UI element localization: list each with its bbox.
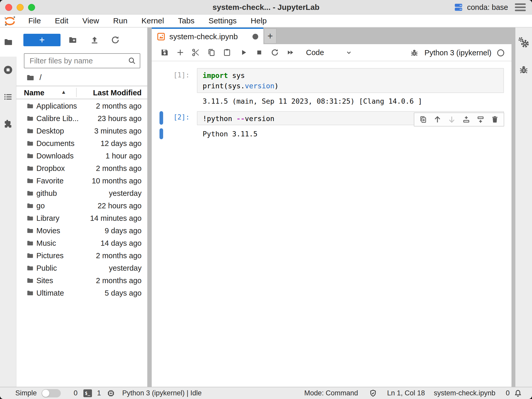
move-cell-down-button[interactable] [445, 113, 458, 126]
delete-cell-button[interactable] [489, 113, 501, 126]
insert-cell-above-button[interactable] [460, 113, 473, 126]
conda-env-label[interactable]: conda: base [467, 3, 508, 12]
bell-icon[interactable] [514, 389, 522, 397]
active-file-name[interactable]: system-check.ipynb [434, 389, 495, 397]
tab-system-check[interactable]: system-check.ipynb [152, 28, 263, 44]
restart-kernel-button[interactable] [267, 45, 283, 60]
new-tab-button[interactable]: + [264, 29, 276, 44]
sidebar-tab-running-kernels[interactable] [3, 65, 13, 75]
folder-icon [26, 215, 34, 222]
menu-item[interactable]: File [21, 16, 48, 25]
dock-tabbar: system-check.ipynb + [152, 28, 511, 44]
file-row[interactable]: Applications 2 months ago [16, 100, 147, 112]
duplicate-cell-button[interactable] [417, 113, 429, 126]
file-modified: 3 minutes ago [94, 127, 142, 135]
file-row[interactable]: Public yesterday [16, 262, 147, 274]
notifications-count[interactable]: 0 [506, 389, 510, 397]
terminal-icon: $_ [83, 389, 92, 397]
file-row[interactable]: Documents 12 days ago [16, 137, 147, 150]
sidebar-tab-extensions[interactable] [3, 119, 13, 129]
restart-run-all-button[interactable] [283, 45, 298, 60]
run-cell-button[interactable] [236, 45, 251, 60]
command-mode-indicator[interactable]: Mode: Command [304, 389, 358, 397]
file-row[interactable]: Favorite 10 months ago [16, 175, 147, 187]
folder-icon [3, 38, 13, 46]
file-row[interactable]: Sites 2 months ago [16, 274, 147, 287]
cursor-position[interactable]: Ln 1, Col 18 [387, 389, 425, 397]
menu-item[interactable]: Edit [48, 16, 75, 25]
file-modified: yesterday [109, 189, 142, 198]
search-icon [128, 57, 136, 65]
refresh-button[interactable] [109, 34, 122, 46]
terminals-count[interactable]: 0 [74, 389, 78, 397]
file-row[interactable]: Dropbox 2 months ago [16, 162, 147, 175]
copy-cells-button[interactable] [204, 45, 219, 60]
file-name: Dropbox [36, 164, 65, 173]
notebook-scrollbar-track[interactable] [511, 28, 515, 387]
folder-icon [26, 190, 34, 197]
column-header-name[interactable]: Name [24, 89, 44, 97]
menu-items: FileEditViewRunKernelTabsSettingsHelp [21, 16, 274, 25]
cell-1-input[interactable]: import sys print(sys.version) [197, 68, 504, 93]
file-row[interactable]: Ultimate 5 days ago [16, 287, 147, 299]
folder-icon [26, 252, 34, 259]
column-header-modified[interactable]: Last Modified [93, 89, 142, 97]
file-row[interactable]: go 22 hours ago [16, 200, 147, 212]
kernels-count[interactable]: 1 [97, 389, 101, 397]
menu-item[interactable]: Settings [202, 16, 244, 25]
file-modified: 2 months ago [96, 251, 142, 260]
menu-item[interactable]: Help [244, 16, 274, 25]
cell-2-output-collapser[interactable] [159, 128, 163, 139]
panel-resize-handle[interactable] [147, 28, 152, 387]
filter-files-input[interactable] [24, 57, 128, 65]
sidebar-tab-table-of-contents[interactable] [3, 92, 13, 101]
move-cell-up-button[interactable] [431, 113, 444, 126]
menu-item[interactable]: Run [106, 16, 135, 25]
sidebar-tab-file-browser[interactable] [0, 28, 16, 57]
cell-type-dropdown[interactable]: Code [306, 48, 353, 57]
simple-mode-label: Simple [15, 389, 37, 397]
debugger-bug-icon[interactable] [410, 48, 419, 57]
folder-icon [26, 128, 34, 134]
kernel-name-button[interactable]: Python 3 (ipykernel) [424, 49, 491, 57]
folder-icon [26, 140, 34, 147]
paste-cells-button[interactable] [219, 45, 235, 60]
file-name: Ultimate [36, 289, 64, 297]
file-row[interactable]: Pictures 2 months ago [16, 249, 147, 262]
menu-item[interactable]: Tabs [171, 16, 201, 25]
menu-item[interactable]: View [75, 16, 106, 25]
trust-shield-icon[interactable] [369, 389, 377, 397]
new-launcher-button[interactable]: + [23, 34, 61, 46]
file-modified: 14 days ago [101, 239, 142, 248]
insert-cell-below-button[interactable] [474, 113, 487, 126]
file-name: Downloads [36, 152, 74, 160]
file-row[interactable]: Music 14 days ago [16, 237, 147, 249]
menu-item[interactable]: Kernel [135, 16, 171, 25]
file-row[interactable]: Desktop 3 minutes ago [16, 125, 147, 137]
interrupt-kernel-button[interactable] [251, 45, 267, 60]
file-row[interactable]: github yesterday [16, 187, 147, 200]
folder-icon [26, 115, 34, 122]
file-modified: yesterday [109, 264, 142, 272]
save-button[interactable] [157, 45, 172, 60]
upload-button[interactable] [88, 34, 101, 46]
breadcrumb-root[interactable]: / [39, 73, 42, 82]
cell-type-value: Code [306, 48, 324, 57]
insert-cell-button[interactable] [172, 45, 188, 60]
file-row[interactable]: Calibre Lib... 23 hours ago [16, 112, 147, 125]
menu-burger-icon[interactable] [515, 3, 526, 11]
file-row[interactable]: Library 14 minutes ago [16, 212, 147, 224]
notebook-cells-area[interactable]: [1]: import sys print(sys.version) 3.11.… [152, 61, 511, 387]
cut-cells-button[interactable] [188, 45, 204, 60]
file-row[interactable]: Movies 9 days ago [16, 224, 147, 237]
unsaved-changes-dot[interactable] [252, 34, 258, 39]
file-name: Desktop [36, 127, 64, 135]
debugger-tab-bug-icon[interactable] [518, 64, 529, 75]
breadcrumb[interactable]: / [26, 73, 42, 82]
file-row[interactable]: Downloads 1 hour ago [16, 150, 147, 162]
simple-mode-toggle[interactable] [42, 389, 61, 397]
property-inspector-gears-icon[interactable] [518, 37, 529, 48]
file-modified: 10 months ago [92, 177, 142, 185]
new-folder-button[interactable] [66, 34, 79, 46]
kernel-status-text[interactable]: Python 3 (ipykernel) | Idle [122, 389, 202, 397]
